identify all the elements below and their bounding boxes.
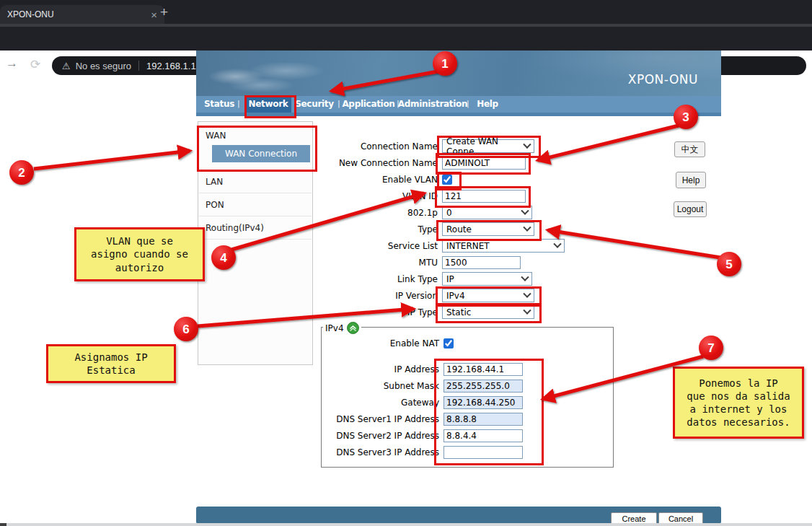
browser-tab[interactable]: XPON-ONU × bbox=[0, 5, 164, 24]
step-circle-7 bbox=[699, 336, 723, 360]
sidebar-item-wan[interactable]: WAN bbox=[206, 131, 226, 141]
gateway-row: Gateway bbox=[322, 395, 538, 409]
vlan-id-input[interactable] bbox=[442, 190, 526, 203]
dns1-row: DNS Server1 IP Address bbox=[322, 412, 538, 426]
field-label: Enable VLAN bbox=[317, 175, 440, 185]
field-label: New Connection Name bbox=[317, 158, 440, 168]
new-connection-name-input[interactable] bbox=[442, 157, 526, 170]
form-row-vlan-id: VLAN ID bbox=[317, 188, 620, 204]
url-separator bbox=[138, 61, 139, 71]
8021p-select[interactable]: 0 bbox=[442, 206, 532, 219]
chevron-down-icon bbox=[521, 206, 529, 214]
sidebar-divider bbox=[199, 239, 312, 240]
form-row-mtu: MTU bbox=[317, 254, 620, 271]
ipv4-legend: IPv4 bbox=[323, 322, 361, 334]
sidebar-item-lan[interactable]: LAN bbox=[206, 177, 223, 187]
field-label: Service List bbox=[317, 241, 440, 251]
forward-icon[interactable]: → bbox=[6, 56, 18, 71]
field-label: 802.1p bbox=[317, 208, 440, 218]
field-label: Type bbox=[317, 224, 440, 234]
sidebar-item-routing-ipv4[interactable]: Routing(IPv4) bbox=[206, 223, 264, 233]
ip-type-value: Static bbox=[446, 307, 471, 317]
mtu-input[interactable] bbox=[442, 256, 521, 269]
note-line: Ponemos la IP bbox=[699, 377, 778, 390]
field-label: IP Version bbox=[317, 291, 440, 301]
tab-administration[interactable]: Administration bbox=[398, 99, 467, 109]
note-vlan: VLAN que se asigno cuando se autorizo bbox=[74, 227, 205, 281]
form-row-ip-type: IP Type Static bbox=[317, 304, 620, 320]
form-row-enable-vlan: Enable VLAN bbox=[317, 171, 620, 188]
field-label: Gateway bbox=[322, 398, 441, 408]
sidebar-item-pon[interactable]: PON bbox=[206, 200, 224, 210]
field-label: Connection Name bbox=[317, 141, 440, 152]
form-row-service-list: Service List INTERNET bbox=[317, 237, 620, 254]
ip-address-input[interactable] bbox=[443, 363, 523, 376]
language-button[interactable]: 中文 bbox=[674, 141, 705, 157]
nav-separator: | bbox=[237, 99, 240, 108]
note-line: VLAN que se bbox=[106, 234, 173, 247]
not-secure-label: No es seguro bbox=[76, 61, 131, 71]
connection-name-value: Create WAN Conne bbox=[446, 136, 524, 157]
device-title: XPON-ONU bbox=[628, 72, 698, 87]
dns-server3-input[interactable] bbox=[443, 446, 523, 459]
browser-toolbar: → ⟳ ⚠ No es seguro 192.168.1.1 /start.gh… bbox=[0, 27, 812, 51]
field-label: VLAN ID bbox=[317, 191, 440, 201]
tab-status[interactable]: Status bbox=[204, 99, 234, 109]
ip-type-select[interactable]: Static bbox=[442, 305, 534, 319]
step-number-6: 6 bbox=[182, 323, 189, 336]
sidebar-item-wan-connection[interactable]: WAN Connection bbox=[212, 145, 310, 162]
scrollbar-thumb[interactable] bbox=[0, 523, 6, 526]
help-button[interactable]: Help bbox=[676, 172, 706, 188]
chevron-down-icon bbox=[523, 289, 531, 297]
browser-tab-strip: XPON-ONU × + bbox=[0, 0, 812, 24]
field-label: IP Type bbox=[317, 307, 440, 317]
tab-application[interactable]: Application bbox=[342, 99, 394, 109]
enable-nat-checkbox[interactable] bbox=[443, 338, 454, 349]
field-label: DNS Server3 IP Address bbox=[322, 447, 441, 457]
note-line: datos necesarios. bbox=[687, 416, 790, 429]
new-tab-icon[interactable]: + bbox=[160, 4, 168, 20]
note-line: Asignamos IP bbox=[74, 351, 147, 364]
form-row-connection-name: Connection Name Create WAN Conne bbox=[317, 138, 620, 154]
collapse-section-icon[interactable] bbox=[347, 322, 359, 334]
type-select[interactable]: Route bbox=[442, 222, 534, 236]
8021p-value: 0 bbox=[446, 208, 452, 218]
dns-server2-input[interactable] bbox=[443, 429, 523, 442]
sidebar-divider bbox=[199, 193, 312, 193]
url-host: 192.168.1.1 bbox=[146, 61, 196, 71]
tab-network[interactable]: Network bbox=[248, 99, 288, 109]
type-value: Route bbox=[446, 224, 472, 234]
tab-help[interactable]: Help bbox=[477, 99, 498, 109]
gateway-input[interactable] bbox=[443, 396, 523, 409]
link-type-select[interactable]: IP bbox=[442, 272, 532, 286]
reload-icon[interactable]: ⟳ bbox=[30, 57, 40, 72]
dns3-row: DNS Server3 IP Address bbox=[322, 445, 538, 459]
close-tab-icon[interactable]: × bbox=[151, 9, 157, 20]
sidebar-divider bbox=[199, 216, 312, 216]
tab-security[interactable]: Security bbox=[295, 99, 334, 109]
logout-button[interactable]: Logout bbox=[674, 201, 707, 217]
subnet-mask-row: Subnet Mask bbox=[322, 379, 538, 393]
form-row-link-type: Link Type IP bbox=[317, 271, 620, 287]
chevron-down-icon bbox=[521, 273, 529, 281]
field-label: IP Address bbox=[322, 364, 441, 374]
ipv4-section: IPv4 Enable NAT IP Address Subnet Mask G… bbox=[321, 327, 614, 468]
ip-address-row: IP Address bbox=[322, 362, 538, 376]
connection-name-select[interactable]: Create WAN Conne bbox=[442, 139, 534, 153]
note-line: asigno cuando se bbox=[91, 247, 188, 260]
browser-tab-title: XPON-ONU bbox=[7, 9, 151, 19]
subnet-mask-input[interactable] bbox=[443, 380, 523, 393]
field-label: DNS Server1 IP Address bbox=[322, 414, 441, 424]
dns-server1-input[interactable] bbox=[443, 413, 523, 426]
note-internet-ip: Ponemos la IP que nos da salida a intern… bbox=[673, 367, 804, 439]
horizontal-scrollbar[interactable] bbox=[0, 523, 812, 526]
security-warning-icon: ⚠ bbox=[62, 61, 71, 71]
field-label: Subnet Mask bbox=[322, 381, 441, 391]
form-row-ip-version: IP Version IPv4 bbox=[317, 287, 620, 304]
ip-version-select[interactable]: IPv4 bbox=[442, 289, 534, 302]
enable-vlan-checkbox[interactable] bbox=[442, 175, 452, 185]
service-list-select[interactable]: INTERNET bbox=[442, 239, 565, 253]
note-line: Estatica bbox=[87, 364, 135, 377]
chevron-down-icon bbox=[523, 306, 531, 314]
step-circle-5 bbox=[717, 252, 741, 276]
